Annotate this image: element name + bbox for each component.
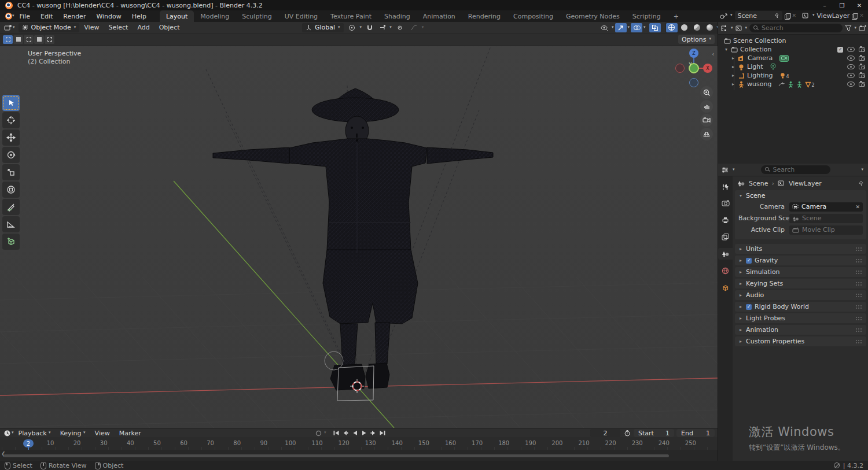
properties-search[interactable] <box>761 165 830 174</box>
properties-search-input[interactable] <box>773 166 826 173</box>
breadcrumb-viewlayer[interactable]: ViewLayer <box>789 180 822 187</box>
disable-render-icon[interactable] <box>859 82 865 87</box>
cursor-tool[interactable] <box>2 112 20 128</box>
light-data-icon[interactable] <box>770 63 777 71</box>
workspace-tab-rendering[interactable]: Rendering <box>462 10 507 22</box>
panel-drag-handle[interactable] <box>855 339 863 343</box>
overlays-chevron-icon[interactable]: ▾ <box>643 25 646 29</box>
child-lights-icon[interactable]: 4 <box>779 72 789 79</box>
panel-audio[interactable]: ▸Audio <box>735 290 866 300</box>
shading-solid-button[interactable] <box>679 23 690 32</box>
panel-light-probes[interactable]: ▸Light Probes <box>735 313 866 323</box>
mode-dropdown[interactable]: Object Mode ▾ <box>19 23 80 32</box>
workspace-tab-scripting[interactable]: Scripting <box>626 10 667 22</box>
blender-menu-icon[interactable] <box>5 13 12 20</box>
scene-panel-header[interactable]: ▾ Scene <box>735 190 866 201</box>
timeline-scrollbar[interactable] <box>3 454 669 457</box>
viewport-menu-object[interactable]: Object <box>155 22 185 34</box>
timeline-menu-keying[interactable]: Keying ▾ <box>56 428 90 438</box>
gizmos-toggle[interactable] <box>615 23 627 32</box>
menu-window[interactable]: Window <box>91 10 126 22</box>
camera-data-icon[interactable] <box>779 55 789 62</box>
rotate-tool[interactable] <box>2 147 20 163</box>
minimize-button[interactable]: – <box>816 0 833 10</box>
timeline-ruler[interactable]: 2 10203040506070809010011012013014015016… <box>0 438 718 450</box>
perspective-toggle-button[interactable] <box>700 128 713 140</box>
scene-browse-chevron-icon[interactable]: ▾ <box>730 13 733 17</box>
mesh-data-icon[interactable]: 2 <box>805 82 814 88</box>
gravity-checkbox[interactable]: ✓ <box>746 258 752 264</box>
add-workspace-button[interactable]: + <box>667 10 685 22</box>
current-frame-field[interactable]: 2 <box>590 429 620 437</box>
outliner-filter-icon[interactable] <box>845 25 852 31</box>
unlink-scene-icon[interactable]: ✕ <box>792 13 797 18</box>
scene-browse-icon[interactable] <box>720 12 728 19</box>
disable-render-icon[interactable] <box>859 73 865 78</box>
outliner-row-wusong[interactable]: ▸ wusong 2 <box>718 80 868 88</box>
panel-animation[interactable]: ▸Animation <box>735 325 866 335</box>
pose-icon[interactable] <box>788 81 794 88</box>
snap-chevron-icon[interactable]: ▾ <box>389 25 392 29</box>
active-clip-field[interactable]: Movie Clip <box>789 225 863 235</box>
expand-chevron-icon[interactable]: ▸ <box>731 82 735 87</box>
use-preview-range-button[interactable] <box>623 429 631 437</box>
proportional-falloff-dropdown[interactable] <box>408 23 420 32</box>
shading-wireframe-button[interactable] <box>666 23 678 32</box>
outliner-filter-id-icon[interactable] <box>735 25 743 32</box>
outliner-row-scene-collection[interactable]: Scene Collection <box>718 36 868 45</box>
orientation-dropdown[interactable]: Global ▾ <box>302 23 344 32</box>
play-button[interactable] <box>360 429 369 437</box>
maximize-button[interactable]: ❐ <box>833 0 851 10</box>
select-box-tool[interactable] <box>2 95 20 111</box>
panel-rigid-body-world[interactable]: ▸✓Rigid Body World <box>735 302 866 312</box>
jump-to-start-button[interactable] <box>332 429 341 437</box>
network-offline-icon[interactable] <box>834 462 840 468</box>
play-reverse-button[interactable] <box>351 429 359 437</box>
xray-toggle[interactable] <box>649 23 661 32</box>
auto-key-button[interactable] <box>314 429 323 437</box>
tab-object[interactable] <box>718 282 733 293</box>
viewlayer-browse-icon[interactable] <box>802 12 810 19</box>
outliner-row-collection[interactable]: ▾ Collection ✓ <box>718 45 868 54</box>
playhead[interactable]: 2 <box>23 439 34 447</box>
measure-tool[interactable] <box>2 216 20 232</box>
outliner-row-camera[interactable]: ▸ Camera <box>718 54 868 62</box>
pin-icon[interactable] <box>858 180 864 187</box>
panel-drag-handle[interactable] <box>855 258 863 262</box>
expand-chevron-icon[interactable]: ▾ <box>724 47 729 52</box>
outliner-display-mode-icon[interactable] <box>720 25 729 32</box>
region-collapse-icon[interactable]: ‹ <box>712 50 714 58</box>
workspace-tab-animation[interactable]: Animation <box>417 10 462 22</box>
camera-view-button[interactable] <box>700 114 713 127</box>
viewport-menu-view[interactable]: View <box>79 22 104 34</box>
filter-id-chevron-icon[interactable]: ▾ <box>745 25 748 30</box>
disable-render-icon[interactable] <box>859 65 865 69</box>
background-scene-field[interactable]: Scene <box>789 214 863 223</box>
transform-tool[interactable] <box>2 182 20 198</box>
properties-editor-icon[interactable] <box>721 166 730 173</box>
outliner-search-input[interactable] <box>762 24 838 32</box>
navigation-gizmo[interactable]: Z X Y <box>668 46 718 92</box>
select-mode-intersect-button[interactable] <box>45 35 54 44</box>
armature-data-icon[interactable] <box>796 81 803 88</box>
workspace-tab-shading[interactable]: Shading <box>378 10 417 22</box>
panel-simulation[interactable]: ▸Simulation <box>735 267 866 277</box>
hide-eye-icon[interactable] <box>847 55 855 61</box>
rigid-body-checkbox[interactable]: ✓ <box>746 304 752 310</box>
object-visibility-dropdown[interactable] <box>599 23 610 32</box>
shading-material-button[interactable] <box>692 23 703 32</box>
collection-checkbox[interactable]: ✓ <box>837 47 843 53</box>
overlays-toggle[interactable] <box>631 23 642 32</box>
workspace-tab-compositing[interactable]: Compositing <box>507 10 560 22</box>
breadcrumb-scene[interactable]: Scene <box>749 180 768 187</box>
outliner-search[interactable] <box>749 24 843 32</box>
workspace-tab-modeling[interactable]: Modeling <box>194 10 236 22</box>
panel-units[interactable]: ▸Units <box>735 244 866 254</box>
falloff-chevron-icon[interactable]: ▾ <box>422 25 424 29</box>
snap-target-icon[interactable] <box>378 23 387 32</box>
move-tool[interactable] <box>2 129 20 146</box>
menu-edit[interactable]: Edit <box>35 10 58 22</box>
panel-keying-sets[interactable]: ▸Keying Sets <box>735 279 866 288</box>
tab-output[interactable] <box>718 214 733 226</box>
outliner-filter-chevron-icon[interactable]: ▾ <box>854 25 856 30</box>
